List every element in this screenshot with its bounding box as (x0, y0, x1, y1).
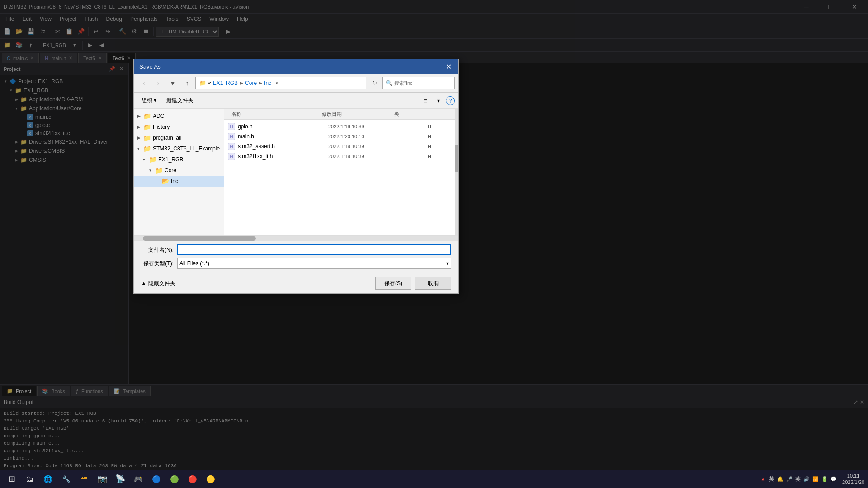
save-button[interactable]: 保存(S) (375, 277, 411, 290)
tree-ex1rgb-dlg[interactable]: ▾ 📁 EX1_RGB (134, 154, 224, 165)
dialog-actions: ▲ 隐藏文件夹 保存(S) 取消 (134, 275, 458, 293)
new-folder-label: 新建文件夹 (166, 97, 193, 104)
tray-icon-6: 🔋 (821, 476, 828, 482)
organize-button[interactable]: 组织 ▾ (137, 95, 160, 106)
taskbar-icon1[interactable]: 🔵 (148, 471, 165, 487)
view-toggle-button[interactable]: ≡ (420, 95, 431, 106)
ex1rgb-dlg-label: EX1_RGB (158, 156, 183, 163)
nav-forward-button[interactable]: › (152, 77, 165, 89)
help-button[interactable]: ? (446, 96, 455, 105)
file-gpio-h[interactable]: H gpio.h 2022/1/19 10:39 H (224, 122, 458, 131)
taskbar: ⊞ 🗂 🌐 🔧 🗃 📷 📡 🎮 🔵 🟢 🔴 🟡 🔺 英 🔔 🎤 英 🔊 📶 🔋 … (0, 470, 868, 488)
taskbar-filemanager[interactable]: 🗃 (76, 471, 92, 487)
filename-input[interactable] (177, 244, 451, 255)
search-icon: 🔍 (386, 80, 392, 86)
hide-folders-button[interactable]: ▲ 隐藏文件夹 (141, 280, 372, 287)
clock[interactable]: 10:11 2022/1/20 (842, 473, 864, 486)
stm32f1xx-it-type: H (428, 154, 455, 159)
refresh-button[interactable]: ↻ (368, 77, 381, 89)
main-h-date: 2022/1/20 10:10 (328, 134, 428, 139)
main-h-type: H (428, 134, 455, 139)
breadcrumb-folder-icon: 📁 (199, 80, 206, 86)
taskbar-icon4[interactable]: 🟡 (203, 471, 219, 487)
breadcrumb-core[interactable]: Core (245, 80, 257, 86)
tree-program-all[interactable]: ▶ 📁 program_all (134, 132, 224, 143)
filetype-label: 保存类型(T): (141, 260, 177, 267)
col-type[interactable]: 类 (391, 109, 455, 119)
tree-stm32-example[interactable]: ▾ 📁 STM32_C8T6_LL_Example (134, 143, 224, 154)
taskbar-camera[interactable]: 📷 (94, 471, 110, 487)
view-dropdown-button[interactable]: ▾ (433, 95, 444, 106)
filetype-select[interactable]: All Files (*.*) ▾ (177, 258, 451, 269)
col-date[interactable]: 修改日期 (318, 109, 391, 119)
history-arrow: ▶ (137, 125, 143, 129)
hide-folders-label: 隐藏文件夹 (148, 280, 175, 287)
breadcrumb-sep-0: « (208, 80, 211, 86)
scrollbar-thumb[interactable] (455, 145, 458, 172)
taskbar-explorer[interactable]: 🗂 (22, 471, 38, 487)
start-button[interactable]: ⊞ (4, 471, 20, 487)
tree-core-dlg[interactable]: ▾ 📁 Core (134, 165, 224, 176)
filename-label: 文件名(N): (141, 246, 177, 254)
taskbar-icon2[interactable]: 🟢 (166, 471, 183, 487)
file-list: H gpio.h 2022/1/19 10:39 H H main.h 2022… (224, 120, 458, 163)
nav-up-button[interactable]: ↑ (181, 77, 193, 89)
clock-time: 10:11 (842, 473, 864, 479)
dialog-toolbar: 组织 ▾ 新建文件夹 ≡ ▾ ? (134, 93, 458, 109)
scrollbar-thumb-h[interactable] (143, 236, 256, 241)
file-stm32f1xx-it[interactable]: H stm32f1xx_it.h 2022/1/19 10:39 H (224, 151, 458, 161)
breadcrumb-ex1rgb[interactable]: EX1_RGB (213, 80, 238, 86)
taskbar-browser-edge[interactable]: 🌐 (40, 471, 56, 487)
taskbar-game[interactable]: 🎮 (130, 471, 146, 487)
tray-icon-7: 💬 (830, 476, 837, 482)
tray-icon-4: 🔊 (803, 476, 810, 482)
stm32-label: STM32_C8T6_LL_Example (153, 145, 220, 152)
horizontal-scrollbar-area (134, 235, 458, 241)
stm32f1xx-it-icon: H (228, 153, 235, 160)
stm32f1xx-it-date: 2022/1/19 10:39 (328, 154, 428, 159)
adc-arrow: ▶ (137, 114, 143, 118)
file-stm32-assert[interactable]: H stm32_assert.h 2022/1/19 10:39 H (224, 141, 458, 151)
tray-sogou: 英 (769, 475, 774, 483)
main-h-icon: H (228, 133, 235, 140)
stm32-assert-type: H (428, 144, 455, 149)
taskbar-keil[interactable]: 🔧 (58, 471, 74, 487)
taskbar-icon3[interactable]: 🔴 (184, 471, 201, 487)
search-bar: 🔍 (382, 77, 455, 89)
program-all-arrow: ▶ (137, 136, 143, 140)
col-name[interactable]: 名称 (228, 109, 318, 119)
scrollbar-track (134, 236, 458, 241)
tree-history[interactable]: ▶ 📁 History (134, 122, 224, 132)
dialog-footer: 文件名(N): 保存类型(T): All Files (*.*) ▾ (134, 241, 458, 275)
core-dlg-label: Core (165, 167, 176, 174)
gpio-h-icon: H (228, 123, 235, 130)
filename-row: 文件名(N): (141, 244, 451, 255)
main-h-name: main.h (238, 133, 328, 140)
nav-back-button[interactable]: ‹ (137, 77, 150, 89)
cancel-button[interactable]: 取消 (415, 277, 451, 290)
tray-icon-1: 🔺 (760, 476, 766, 482)
dialog-title-text: Save As (139, 63, 161, 70)
taskbar-right: 🔺 英 🔔 🎤 英 🔊 📶 🔋 💬 10:11 2022/1/20 (756, 473, 864, 486)
search-input[interactable] (394, 80, 457, 86)
file-list-panel: 名称 修改日期 类 H gpio.h 2022/1/19 10:39 H H m… (224, 109, 458, 235)
file-main-h[interactable]: H main.h 2022/1/20 10:10 H (224, 131, 458, 141)
program-all-folder-icon: 📁 (143, 134, 151, 142)
file-panel-header: 名称 修改日期 类 (224, 109, 458, 120)
stm32-assert-icon: H (228, 143, 235, 150)
dialog-close-button[interactable]: ✕ (444, 62, 453, 71)
tree-adc[interactable]: ▶ 📁 ADC (134, 111, 224, 122)
dialog-overlay: Save As ✕ ‹ › ▼ ↑ 📁 « EX1_RGB ▶ Core ▶ I… (0, 0, 868, 488)
new-folder-button[interactable]: 新建文件夹 (162, 95, 198, 106)
breadcrumb-dropdown-btn[interactable]: ▾ (273, 80, 280, 87)
nav-dropdown-button[interactable]: ▼ (166, 77, 179, 89)
dialog-content-area: ▶ 📁 ADC ▶ 📁 History ▶ 📁 program_all ▾ 📁 (134, 109, 458, 235)
save-as-dialog: Save As ✕ ‹ › ▼ ↑ 📁 « EX1_RGB ▶ Core ▶ I… (133, 59, 459, 294)
vertical-scrollbar[interactable] (455, 109, 458, 235)
taskbar-network[interactable]: 📡 (112, 471, 128, 487)
gpio-h-name: gpio.h (238, 123, 328, 130)
breadcrumb-inc[interactable]: Inc (264, 80, 271, 86)
tree-inc-dlg[interactable]: 📂 Inc (134, 176, 224, 187)
stm32f1xx-it-name: stm32f1xx_it.h (238, 153, 328, 160)
program-all-label: program_all (153, 135, 181, 141)
